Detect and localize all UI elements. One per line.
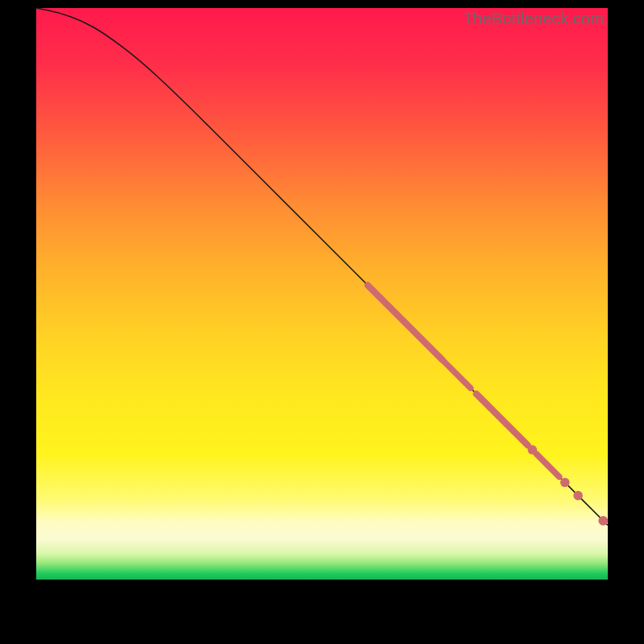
bottleneck-curve <box>36 8 608 526</box>
data-dot <box>598 516 608 526</box>
data-dot <box>573 491 583 501</box>
highlight-segment <box>368 285 442 359</box>
data-dot <box>560 478 570 488</box>
data-dot <box>527 445 537 455</box>
chart-stage: TheBottleneck.com <box>0 0 644 644</box>
highlight-segment <box>536 454 559 477</box>
chart-svg <box>36 8 608 580</box>
highlight-segment <box>477 394 528 445</box>
highlight-segment <box>442 360 471 389</box>
chart-plot-area <box>36 8 608 580</box>
